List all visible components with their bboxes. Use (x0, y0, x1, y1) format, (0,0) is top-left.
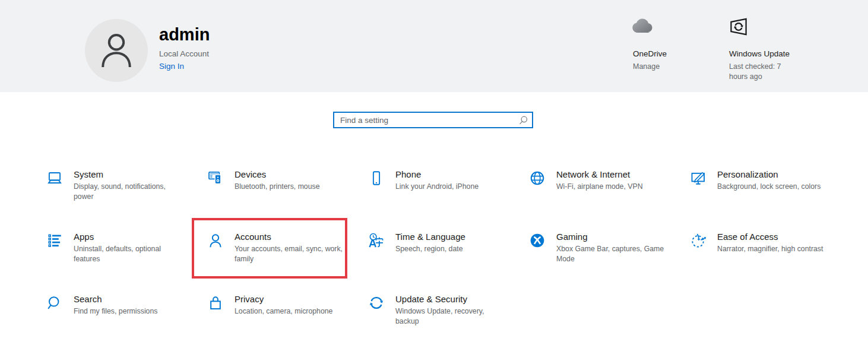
settings-tile-update-security[interactable]: Update & Security Windows Update, recove… (354, 281, 507, 340)
tile-subtitle: Background, lock screen, colors (717, 182, 821, 192)
settings-grid: System Display, sound, notifications, po… (32, 157, 829, 340)
time-language-icon (368, 232, 385, 249)
find-a-setting-search (333, 112, 533, 128)
laptop-icon (46, 170, 63, 186)
search-input[interactable] (333, 112, 533, 128)
settings-window: admin Local Account Sign In OneDrive Man… (0, 0, 868, 348)
settings-tile-network-internet[interactable]: Network & Internet Wi-Fi, airplane mode,… (515, 157, 668, 215)
settings-tile-devices[interactable]: Devices Bluetooth, printers, mouse (193, 157, 346, 215)
sync-arrows-icon (368, 295, 385, 311)
tile-subtitle: Xbox Game Bar, captures, Game Mode (556, 244, 668, 264)
tile-title: Accounts (235, 231, 346, 242)
tile-title: Time & Language (395, 231, 465, 242)
onedrive-status: Manage (633, 62, 660, 72)
tile-title: Search (74, 293, 157, 305)
tile-subtitle: Narrator, magnifier, high contrast (717, 244, 823, 254)
tile-title: Ease of Access (717, 231, 823, 242)
ease-of-access-icon (690, 232, 707, 249)
settings-tile-apps[interactable]: Apps Uninstall, defaults, optional featu… (32, 219, 185, 277)
tile-subtitle: Find my files, permissions (74, 306, 157, 317)
person-icon (100, 31, 133, 70)
settings-tile-ease-of-access[interactable]: Ease of Access Narrator, magnifier, high… (676, 219, 829, 277)
tile-subtitle: Windows Update, recovery, backup (395, 306, 507, 326)
tile-subtitle: Your accounts, email, sync, work, family (235, 244, 346, 264)
tile-title: Devices (235, 169, 320, 180)
avatar[interactable] (85, 19, 148, 82)
devices-icon (207, 170, 224, 186)
account-header: admin Local Account Sign In OneDrive Man… (0, 0, 868, 92)
tile-subtitle: Uninstall, defaults, optional features (74, 244, 185, 264)
settings-tile-gaming[interactable]: Gaming Xbox Game Bar, captures, Game Mod… (515, 219, 668, 277)
settings-tile-search[interactable]: Search Find my files, permissions (32, 281, 185, 340)
apps-list-icon (46, 232, 63, 249)
settings-tile-privacy[interactable]: Privacy Location, camera, microphone (193, 281, 346, 340)
settings-tile-phone[interactable]: Phone Link your Android, iPhone (354, 157, 507, 215)
tile-subtitle: Speech, region, date (395, 244, 465, 254)
settings-tile-personalization[interactable]: Personalization Background, lock screen,… (676, 157, 829, 215)
settings-tile-accounts[interactable]: Accounts Your accounts, email, sync, wor… (193, 219, 346, 277)
windows-update-title[interactable]: Windows Update (729, 49, 790, 58)
search-icon (46, 295, 63, 311)
tile-subtitle: Wi-Fi, airplane mode, VPN (556, 182, 643, 192)
onedrive-title[interactable]: OneDrive (633, 49, 667, 58)
phone-icon (368, 170, 385, 186)
tile-title: System (74, 169, 185, 180)
tile-subtitle: Link your Android, iPhone (395, 182, 479, 192)
lock-icon (207, 295, 224, 311)
settings-tile-time-language[interactable]: Time & Language Speech, region, date (354, 219, 507, 277)
tile-title: Apps (74, 231, 185, 242)
tile-title: Gaming (556, 231, 668, 242)
tile-subtitle: Display, sound, notifications, power (74, 182, 185, 201)
personalization-icon (690, 170, 707, 186)
tile-subtitle: Location, camera, microphone (235, 306, 332, 317)
windows-update-status: Last checked: 7 hours ago (729, 62, 786, 81)
sign-in-link[interactable]: Sign In (159, 62, 184, 71)
tile-title: Update & Security (395, 293, 507, 305)
account-type-label: Local Account (159, 49, 209, 58)
tile-title: Phone (395, 169, 479, 180)
onedrive-cloud-icon (632, 18, 654, 36)
person-icon (207, 232, 224, 249)
tile-title: Network & Internet (556, 169, 643, 180)
xbox-icon (529, 232, 546, 249)
settings-tile-system[interactable]: System Display, sound, notifications, po… (32, 157, 185, 215)
tile-title: Privacy (235, 293, 332, 305)
tile-subtitle: Bluetooth, printers, mouse (235, 182, 320, 192)
globe-icon (529, 170, 546, 186)
user-name: admin (159, 25, 210, 45)
tile-title: Personalization (717, 169, 821, 180)
windows-update-screen-icon (728, 15, 749, 40)
